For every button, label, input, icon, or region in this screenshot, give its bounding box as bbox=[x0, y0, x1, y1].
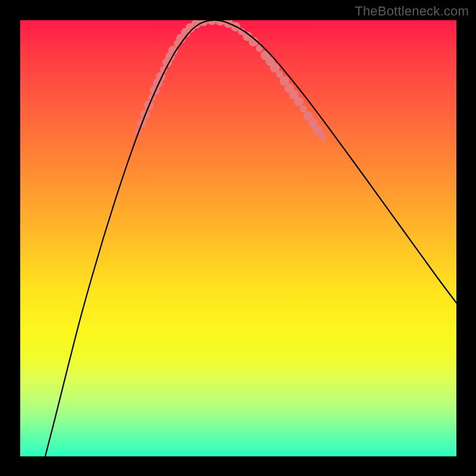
bottleneck-curve bbox=[45, 20, 456, 456]
highlight-markers bbox=[134, 20, 326, 140]
marker-dot bbox=[300, 105, 307, 112]
plot-area bbox=[20, 20, 456, 456]
chart-frame: TheBottleneck.com bbox=[0, 0, 476, 476]
curve-layer bbox=[20, 20, 456, 456]
marker-dot bbox=[294, 97, 303, 107]
marker-dot bbox=[319, 133, 326, 140]
watermark-text: TheBottleneck.com bbox=[355, 4, 469, 19]
